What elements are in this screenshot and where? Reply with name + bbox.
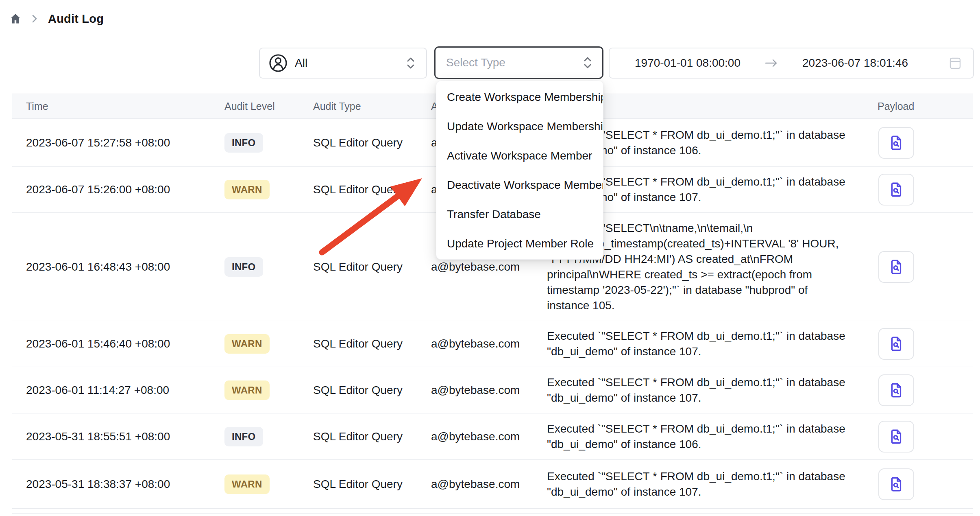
view-payload-button[interactable] (878, 127, 914, 159)
audit-level-badge: WARN (224, 180, 270, 199)
view-payload-button[interactable] (878, 174, 914, 206)
type-option[interactable]: Deactivate Workspace Member (436, 171, 603, 200)
audit-type: SQL Editor Query (313, 384, 431, 397)
view-payload-button[interactable] (878, 468, 914, 500)
table-row: 2023-05-31 18:55:51 +08:00 INFO SQL Edit… (12, 413, 973, 460)
table-row: 2023-06-01 15:46:40 +08:00 WARN SQL Edit… (12, 321, 973, 367)
audit-actor: a@bytebase.com (431, 430, 547, 443)
audit-type: SQL Editor Query (313, 337, 431, 350)
audit-type: SQL Editor Query (313, 183, 431, 196)
page-title: Audit Log (48, 12, 104, 26)
col-header-payload: Payload (878, 101, 973, 112)
audit-type: SQL Editor Query (313, 260, 431, 273)
col-header-audit-type: Audit Type (313, 101, 431, 112)
audit-comment: Executed `"SELECT * FROM db_ui_demo.t1;"… (547, 421, 878, 452)
col-header-time: Time (26, 101, 224, 112)
type-option[interactable]: Update Project Member Role (436, 229, 603, 258)
audit-actor: a@bytebase.com (431, 337, 547, 350)
audit-type: SQL Editor Query (313, 136, 431, 149)
type-filter-dropdown-menu: Create Workspace Membership Update Works… (436, 81, 603, 260)
table-row: 2023-06-01 11:14:27 +08:00 WARN SQL Edit… (12, 367, 973, 413)
audit-level-badge: INFO (224, 257, 263, 277)
actor-filter-select[interactable]: All (259, 48, 427, 79)
breadcrumb-chevron-icon (31, 15, 39, 23)
audit-actor: a@bytebase.com (431, 478, 547, 491)
audit-level-badge: INFO (224, 133, 263, 153)
document-search-icon (888, 134, 905, 151)
document-search-icon (888, 335, 905, 352)
audit-level-badge: INFO (224, 427, 263, 446)
document-search-icon (888, 382, 905, 399)
user-circle-icon (269, 54, 287, 72)
col-header-audit-level: Audit Level (224, 101, 313, 112)
audit-type: SQL Editor Query (313, 430, 431, 443)
updown-chevrons-icon (582, 56, 593, 70)
audit-type: SQL Editor Query (313, 478, 431, 491)
type-filter-select[interactable]: Select Type (434, 46, 603, 79)
updown-chevrons-icon (405, 56, 416, 70)
date-range-picker[interactable]: 1970-01-01 08:00:00 2023-06-07 18:01:46 (609, 48, 974, 79)
audit-time: 2023-05-31 18:55:51 +08:00 (26, 430, 224, 443)
view-payload-button[interactable] (878, 328, 914, 360)
breadcrumb: Audit Log (9, 11, 104, 27)
audit-time: 2023-06-07 15:27:58 +08:00 (26, 136, 224, 149)
audit-level-badge: WARN (224, 474, 270, 494)
audit-comment: Executed `"SELECT * FROM db_ui_demo.t1;"… (547, 328, 878, 359)
date-range-start: 1970-01-01 08:00:00 (635, 57, 740, 70)
type-option[interactable]: Activate Workspace Member (436, 141, 603, 171)
document-search-icon (888, 181, 905, 198)
audit-level-badge: WARN (224, 380, 270, 400)
audit-time: 2023-06-01 15:46:40 +08:00 (26, 337, 224, 350)
document-search-icon (888, 476, 905, 493)
audit-time: 2023-06-07 15:26:00 +08:00 (26, 183, 224, 196)
document-search-icon (888, 428, 905, 445)
table-row-partial (12, 509, 973, 514)
document-search-icon (888, 258, 905, 275)
audit-time: 2023-06-01 11:14:27 +08:00 (26, 384, 224, 397)
view-payload-button[interactable] (878, 251, 914, 283)
table-row: 2023-05-31 18:38:37 +08:00 WARN SQL Edit… (12, 460, 973, 509)
audit-actor: a@bytebase.com (431, 384, 547, 397)
type-option[interactable]: Update Workspace Membership (436, 112, 603, 141)
home-icon[interactable] (9, 12, 22, 25)
audit-time: 2023-05-31 18:38:37 +08:00 (26, 478, 224, 491)
calendar-icon (949, 56, 962, 70)
view-payload-button[interactable] (878, 421, 914, 453)
audit-time: 2023-06-01 16:48:43 +08:00 (26, 260, 224, 273)
actor-filter-value: All (295, 57, 405, 70)
type-filter-placeholder: Select Type (446, 56, 582, 69)
audit-comment: Executed `"SELECT * FROM db_ui_demo.t1;"… (547, 375, 878, 406)
arrow-right-icon (764, 58, 779, 68)
audit-comment: Executed `"SELECT * FROM db_ui_demo.t1;"… (547, 469, 878, 500)
type-option[interactable]: Create Workspace Membership (436, 83, 603, 112)
audit-actor: a@bytebase.com (431, 260, 547, 273)
audit-level-badge: WARN (224, 334, 270, 354)
view-payload-button[interactable] (878, 374, 914, 406)
type-option[interactable]: Transfer Database (436, 200, 603, 229)
date-range-end: 2023-06-07 18:01:46 (802, 57, 908, 70)
